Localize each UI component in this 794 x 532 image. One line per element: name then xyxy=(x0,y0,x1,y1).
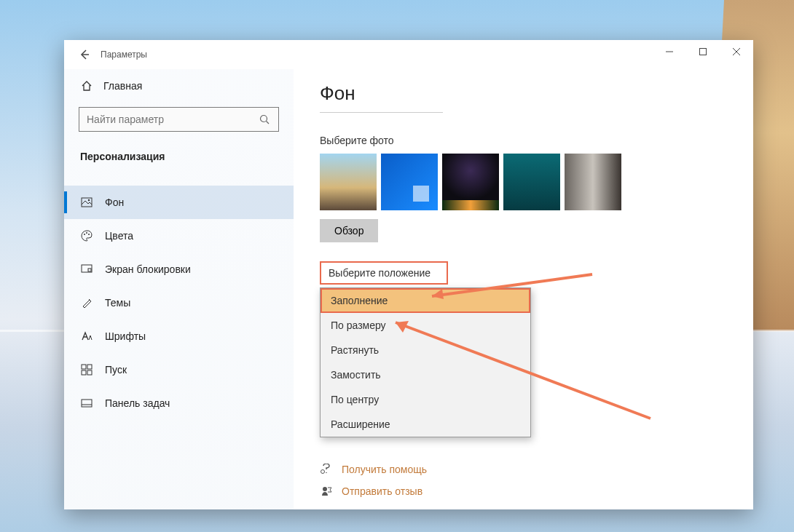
nav-item-colors[interactable]: Цвета xyxy=(64,219,294,253)
dropdown-option-center[interactable]: По центру xyxy=(321,387,530,412)
photo-thumb[interactable] xyxy=(503,154,560,210)
nav-item-themes[interactable]: Темы xyxy=(64,286,294,319)
nav-label: Экран блокировки xyxy=(105,263,191,275)
dropdown-option-span[interactable]: Расширение xyxy=(321,412,530,437)
feedback-icon xyxy=(320,485,333,498)
category-title: Персонализация xyxy=(64,135,294,168)
svg-point-21 xyxy=(323,487,327,491)
svg-rect-13 xyxy=(88,269,91,271)
nav-label: Цвета xyxy=(105,230,133,242)
content-area: Фон Выберите фото Обзор Выберите положен… xyxy=(294,69,753,509)
nav-label: Пуск xyxy=(105,364,127,376)
nav-item-fonts[interactable]: Шрифты xyxy=(64,319,294,353)
svg-point-5 xyxy=(261,116,267,122)
photo-thumb[interactable] xyxy=(320,154,377,210)
dropdown-option-fill[interactable]: Заполнение xyxy=(321,288,530,313)
themes-icon xyxy=(80,296,93,309)
settings-window: Параметры Главная Пе xyxy=(64,40,753,509)
feedback-link-label: Отправить отзыв xyxy=(342,485,422,497)
get-help-link[interactable]: Получить помощь xyxy=(320,463,427,476)
back-button[interactable] xyxy=(73,43,96,66)
dropdown-option-fit[interactable]: По размеру xyxy=(321,313,530,338)
nav-item-taskbar[interactable]: Панель задач xyxy=(64,386,294,420)
titlebar: Параметры xyxy=(64,40,753,69)
page-title: Фон xyxy=(320,82,443,113)
nav-label: Панель задач xyxy=(105,397,170,409)
choose-position-label: Выберите положение xyxy=(320,261,448,285)
feedback-link[interactable]: Отправить отзыв xyxy=(320,485,427,498)
help-icon xyxy=(320,463,333,476)
choose-photo-label: Выберите фото xyxy=(320,135,727,146)
photo-thumbnails xyxy=(320,154,727,210)
svg-point-11 xyxy=(88,234,90,235)
close-button[interactable] xyxy=(720,40,753,63)
svg-point-20 xyxy=(321,470,325,474)
svg-point-9 xyxy=(84,234,85,235)
picture-icon xyxy=(80,196,93,209)
position-dropdown[interactable]: Заполнение По размеру Растянуть Замостит… xyxy=(320,287,531,437)
browse-button[interactable]: Обзор xyxy=(320,219,378,242)
nav-item-lockscreen[interactable]: Экран блокировки xyxy=(64,253,294,286)
home-label: Главная xyxy=(103,80,142,92)
svg-point-10 xyxy=(86,232,87,234)
nav-item-start[interactable]: Пуск xyxy=(64,353,294,386)
sidebar: Главная Персонализация Фон Цве xyxy=(64,69,294,509)
taskbar-icon xyxy=(80,397,93,410)
nav-label: Фон xyxy=(105,196,124,208)
help-link-label: Получить помощь xyxy=(342,464,427,475)
svg-rect-17 xyxy=(87,370,92,375)
nav-label: Темы xyxy=(105,297,130,309)
search-input[interactable] xyxy=(87,114,243,125)
svg-rect-14 xyxy=(82,365,86,369)
dropdown-option-tile[interactable]: Замостить xyxy=(321,362,530,387)
minimize-button[interactable] xyxy=(653,40,686,63)
svg-rect-2 xyxy=(700,49,707,55)
svg-rect-18 xyxy=(82,400,92,407)
home-icon xyxy=(80,79,93,92)
window-title: Параметры xyxy=(101,49,147,60)
search-input-wrap[interactable] xyxy=(79,107,279,132)
window-controls xyxy=(653,40,753,63)
nav-item-background[interactable]: Фон xyxy=(64,186,294,219)
svg-rect-16 xyxy=(82,370,86,375)
maximize-button[interactable] xyxy=(686,40,720,63)
fonts-icon xyxy=(80,330,93,343)
photo-thumb[interactable] xyxy=(381,154,438,210)
palette-icon xyxy=(80,229,93,242)
lockscreen-icon xyxy=(80,263,93,276)
nav-list: Фон Цвета Экран блокировки Темы Шрифты xyxy=(64,186,294,420)
photo-thumb[interactable] xyxy=(565,154,621,210)
back-arrow-icon xyxy=(79,49,90,60)
start-icon xyxy=(80,363,93,376)
home-nav[interactable]: Главная xyxy=(64,72,294,100)
dropdown-option-stretch[interactable]: Растянуть xyxy=(321,338,530,362)
svg-rect-15 xyxy=(87,365,92,369)
nav-label: Шрифты xyxy=(105,330,146,342)
search-icon xyxy=(258,113,271,126)
svg-point-8 xyxy=(88,199,90,201)
photo-thumb[interactable] xyxy=(442,154,499,210)
svg-line-6 xyxy=(267,122,270,124)
